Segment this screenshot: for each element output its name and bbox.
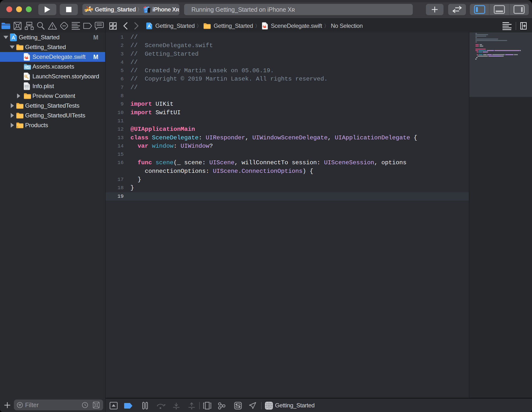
svg-text:PLIST: PLIST [25,88,29,90]
